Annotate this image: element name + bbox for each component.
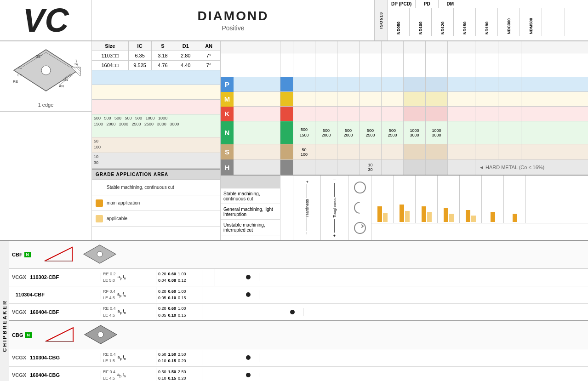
svg-text:LE: LE xyxy=(17,73,22,77)
size-row-1: 1103□□ 6.35 3.18 2.80 7° xyxy=(92,51,220,61)
cbg-row-160404: VCGX 160404-CBG RF 0.4 LE 4.5 ap fn 0.50… xyxy=(9,367,588,381)
svg-point-22 xyxy=(97,251,103,257)
grade-app-header: GRADE APPLICATION AREA xyxy=(92,169,220,180)
cbf-header: CBF N xyxy=(9,241,588,269)
col-nd190: ND190 xyxy=(476,8,498,36)
svg-marker-23 xyxy=(46,328,73,341)
ic-header: IC xyxy=(129,41,152,51)
cbg-header: CBG N xyxy=(9,321,588,349)
s-row-badge: S xyxy=(221,144,280,160)
grade-row-main: main application xyxy=(92,195,220,211)
grade-row-applicable: applicable xyxy=(92,211,220,227)
n-speeds: 500 500 500 500 500 1000 1000 1500 2000 … xyxy=(92,114,181,137)
cbf-row-110304: 110304-CBF RF 0.4 LE 4.5 ap fn 0.200.05 … xyxy=(9,286,588,304)
k-row-badge: K xyxy=(221,107,280,121)
m-material-row xyxy=(280,92,588,107)
col-pd xyxy=(542,8,565,36)
grade-desc-main: General machining, light interruption xyxy=(221,204,280,220)
s-material-row: 50100 xyxy=(280,144,588,160)
n-row-badge: N xyxy=(221,121,280,144)
s-speeds: 50100 xyxy=(92,137,103,153)
insert-diagram: 35° IC S LE D1 AN RE 1 edge xyxy=(0,41,91,112)
edge-label: 1 edge xyxy=(38,102,54,108)
svg-text:S: S xyxy=(74,62,77,66)
col-nd050: ND050 xyxy=(388,8,410,36)
svg-text:RE: RE xyxy=(13,80,18,84)
size-row-2: 1604□□ 9.525 4.76 4.40 7° xyxy=(92,61,220,70)
size-header: Size xyxy=(92,41,129,51)
svg-marker-18 xyxy=(45,247,72,261)
cbg-row-110304: VCGX 110304-CBG RE 0.4 LE 1.5 ap fn 0.50… xyxy=(9,349,588,367)
an-header: AN xyxy=(197,41,220,51)
vc-logo: VC xyxy=(0,0,92,40)
iso-label: ISO513 xyxy=(375,0,388,40)
diamond-title: DIAMOND Positive xyxy=(92,0,375,40)
k-material-row xyxy=(280,107,588,121)
pd-header: PD xyxy=(416,0,439,8)
cbf-row-160404: VCGX 160404-CBF RE 0.4 LE 4.5 ap fn 0.20… xyxy=(9,304,588,321)
svg-text:D1: D1 xyxy=(63,78,69,82)
h-speeds: 1030 xyxy=(92,153,100,168)
dm-header: DM xyxy=(439,0,462,8)
chipbreaker-label: CHIPBREAKER xyxy=(0,241,9,381)
grade-header-spacer xyxy=(221,176,280,188)
n-material-row: 5001500 5002000 5002000 5002500 5002500 … xyxy=(280,121,588,144)
svg-text:IC: IC xyxy=(18,66,22,70)
d1-header: D1 xyxy=(174,41,197,51)
h-row-badge: H xyxy=(221,160,280,176)
p-material-row xyxy=(280,77,588,92)
grade-row-stable: Stable machining, continuous cut xyxy=(92,180,220,195)
svg-point-1 xyxy=(41,66,51,75)
p-row-badge: P xyxy=(221,77,280,92)
hard-metal-label: ◄ HARD METAL (Co ≤ 16%) xyxy=(475,160,588,175)
col-nd100: ND100 xyxy=(410,8,432,36)
m-row-badge: M xyxy=(221,92,280,107)
grade-icons-col xyxy=(348,176,371,240)
s-header: S xyxy=(152,41,175,51)
col-ndc300: NDC300 xyxy=(498,8,520,36)
col-dm xyxy=(565,8,588,36)
dp-pcd-header: DP (PCD) xyxy=(388,0,416,8)
col-ndm500: NDM500 xyxy=(520,8,542,36)
grade-desc-applicable: Unstable machining, interrupted cut xyxy=(221,220,280,235)
col-nd120: ND120 xyxy=(432,8,454,36)
grade-desc-stable: Stable machining, continuous cut xyxy=(221,188,280,204)
col-nd150: ND150 xyxy=(454,8,476,36)
cbf-row-110302: VCGX 110302-CBF RE 0.2 LE 5.0 ap fn 0.20… xyxy=(9,269,588,286)
h-material-row: 1030 ◄ HARD METAL (Co ≤ 16%) xyxy=(280,160,588,176)
svg-point-26 xyxy=(98,332,103,337)
